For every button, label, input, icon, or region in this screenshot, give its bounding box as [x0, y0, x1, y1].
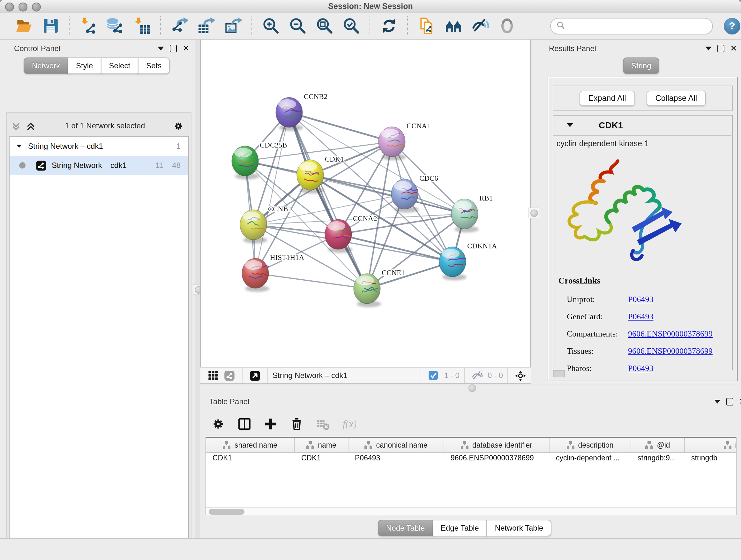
- column-header-namespace[interactable]: namespace: [685, 438, 737, 452]
- column-header-shared-name[interactable]: shared name: [206, 438, 295, 452]
- column-header--id[interactable]: @id: [631, 438, 685, 452]
- crosslink-row: Tissues:9606.ENSP00000378699: [567, 342, 728, 360]
- panel-menu-icon[interactable]: [158, 47, 164, 51]
- column-header-description[interactable]: description: [549, 438, 631, 452]
- import-network-icon[interactable]: [78, 16, 98, 36]
- tab-style[interactable]: Style: [68, 57, 101, 74]
- hidden-eye-icon[interactable]: [472, 370, 482, 381]
- table-cell[interactable]: 9606.ENSP00000378699: [451, 454, 547, 462]
- table-cell[interactable]: CDK1: [301, 454, 346, 462]
- fit-content-crosshair-icon[interactable]: [515, 370, 526, 381]
- node-CDC6[interactable]: CDC6: [391, 174, 438, 212]
- node-HIST1H1A[interactable]: HIST1H1A: [242, 253, 305, 292]
- table-cell[interactable]: stringdb:9...: [637, 454, 682, 462]
- column-header-name[interactable]: name: [295, 438, 348, 452]
- expand-all-button[interactable]: Expand All: [580, 91, 635, 106]
- close-panel-icon[interactable]: ✕: [183, 45, 190, 52]
- table-cell[interactable]: cyclin-dependent ...: [556, 454, 629, 462]
- network-row-selected[interactable]: String Network – cdk1 11 48: [10, 156, 188, 175]
- collapse-all-networks-icon[interactable]: [11, 120, 22, 131]
- expand-all-networks-icon[interactable]: [26, 120, 37, 131]
- column-header-database-identifier[interactable]: database identifier: [444, 438, 549, 452]
- panel-menu-icon[interactable]: [714, 400, 721, 403]
- search-input[interactable]: [567, 19, 712, 33]
- network-collection-row[interactable]: String Network – cdk1 1: [10, 137, 188, 156]
- bundle-edges-icon[interactable]: [444, 16, 463, 36]
- zoom-selected-icon[interactable]: [341, 16, 360, 36]
- columns-icon[interactable]: [237, 416, 252, 432]
- table-cell[interactable]: stringdb: [691, 454, 737, 462]
- table-cell[interactable]: P06493: [355, 454, 442, 462]
- grid-view-icon[interactable]: [208, 370, 219, 381]
- node-table[interactable]: shared namenamecanonical namedatabase id…: [205, 437, 737, 515]
- column-label: name: [318, 441, 336, 449]
- export-table-icon[interactable]: [197, 16, 216, 36]
- tab-sets[interactable]: Sets: [138, 57, 170, 74]
- refresh-layout-icon[interactable]: [379, 16, 398, 36]
- add-column-icon[interactable]: [263, 416, 278, 432]
- tab-select[interactable]: Select: [100, 57, 138, 74]
- column-header-canonical-name[interactable]: canonical name: [348, 438, 444, 452]
- tab-network[interactable]: Network: [23, 57, 68, 74]
- crosslink-link[interactable]: P06493: [628, 294, 653, 304]
- zoom-fit-icon[interactable]: [315, 16, 334, 36]
- horizontal-splitter-handle[interactable]: [467, 383, 477, 393]
- edge-CCNB2-CCNE1[interactable]: [289, 112, 367, 289]
- tab-edge-table[interactable]: Edge Table: [432, 520, 487, 537]
- save-session-icon[interactable]: [41, 16, 60, 36]
- open-view-window-icon[interactable]: [250, 370, 260, 381]
- network-canvas[interactable]: CCNB2CCNA1CDC25BCDK1CDC6RB1CCNB1CCNA2CDK…: [200, 40, 531, 367]
- panel-menu-icon[interactable]: [705, 47, 712, 51]
- import-database-icon[interactable]: [105, 16, 125, 36]
- column-type-icon: [461, 441, 468, 449]
- float-panel-icon[interactable]: [170, 45, 177, 52]
- delete-column-icon[interactable]: [289, 416, 305, 432]
- table-hscrollbar[interactable]: [206, 507, 736, 515]
- hide-selected-icon[interactable]: [470, 16, 489, 36]
- collapse-all-button[interactable]: Collapse All: [647, 91, 706, 106]
- crosslink-link[interactable]: P06493: [628, 311, 653, 321]
- gear-icon[interactable]: [211, 416, 226, 432]
- tab-node-table[interactable]: Node Table: [378, 520, 433, 537]
- gene-header-row[interactable]: CDK1: [553, 115, 731, 136]
- zoom-in-icon[interactable]: [261, 16, 280, 36]
- open-session-icon[interactable]: [14, 16, 33, 36]
- right-splitter-handle[interactable]: [529, 207, 539, 219]
- search-box[interactable]: [550, 18, 713, 35]
- column-type-icon: [645, 441, 653, 449]
- selected-checkbox-icon[interactable]: [428, 370, 439, 381]
- export-network-icon[interactable]: [170, 16, 189, 36]
- collection-expand-icon[interactable]: [17, 145, 22, 148]
- clone-network-icon[interactable]: [417, 16, 436, 36]
- network-options-gear-icon[interactable]: [173, 120, 184, 131]
- results-scroll-stub[interactable]: [553, 370, 565, 377]
- edge-CCNE1-HIST1H1A[interactable]: [255, 273, 367, 289]
- function-icon[interactable]: f(x): [341, 416, 357, 432]
- network-share-icon[interactable]: [224, 370, 235, 381]
- node-CCNB1[interactable]: CCNB1: [240, 205, 292, 243]
- float-panel-icon[interactable]: [726, 398, 733, 406]
- close-panel-icon[interactable]: ✕: [730, 45, 737, 52]
- tab-network-table[interactable]: Network Table: [487, 520, 552, 537]
- node-RB1[interactable]: RB1: [451, 194, 493, 233]
- crosslink-link[interactable]: 9606.ENSP00000378699: [628, 346, 713, 356]
- tab-string[interactable]: String: [623, 57, 660, 74]
- zoom-out-icon[interactable]: [288, 16, 307, 36]
- gene-collapse-icon[interactable]: [567, 123, 573, 127]
- export-image-icon[interactable]: [223, 16, 243, 36]
- delete-table-icon[interactable]: [315, 416, 331, 432]
- crosslink-link[interactable]: 9606.ENSP00000378699: [628, 328, 713, 339]
- close-panel-icon[interactable]: ✕: [739, 398, 741, 405]
- node-CCNB2[interactable]: CCNB2: [276, 92, 327, 131]
- table-cell[interactable]: CDK1: [212, 454, 292, 462]
- node-CDKN1A[interactable]: CDKN1A: [439, 242, 497, 280]
- edge-CCNB2-HIST1H1A[interactable]: [255, 112, 289, 273]
- network-state-dot-icon: [19, 162, 25, 169]
- protein-structure-image: [556, 153, 684, 269]
- show-hidden-icon[interactable]: [497, 16, 516, 36]
- crosslink-link[interactable]: P06493: [628, 363, 653, 373]
- float-panel-icon[interactable]: [718, 45, 724, 52]
- help-button[interactable]: ?: [724, 18, 740, 35]
- table-hscrollbar-thumb[interactable]: [209, 509, 245, 515]
- import-table-icon[interactable]: [132, 16, 151, 36]
